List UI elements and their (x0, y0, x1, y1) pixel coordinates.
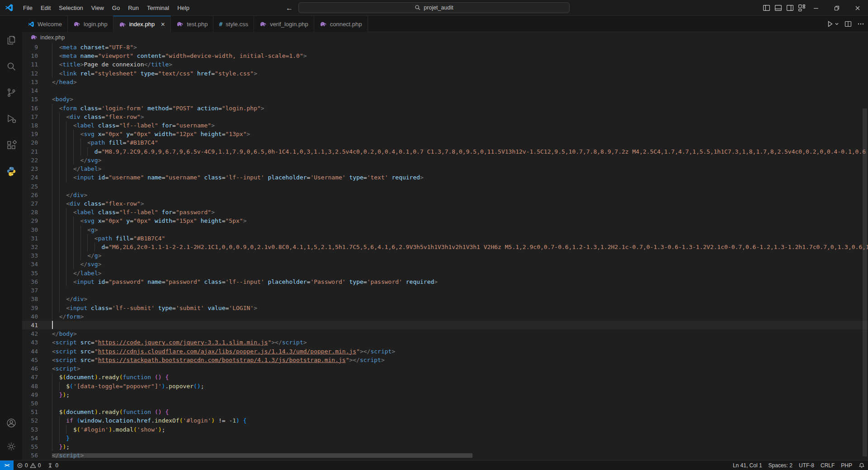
code-line-9[interactable]: 9<meta charset="UTF-8"> (22, 43, 868, 52)
code-line-29[interactable]: 29<svg x="0px" y="0px" width="15px" heig… (22, 216, 868, 225)
code-line-35[interactable]: 35</label> (22, 269, 868, 277)
remote-indicator[interactable]: >< (0, 461, 14, 470)
code-line-27[interactable]: 27<div class="flex-row"> (22, 199, 868, 208)
toggle-secondary-sidebar-icon[interactable] (786, 4, 794, 12)
code-line-31[interactable]: 31<path fill="#B1B7C4" (22, 234, 868, 243)
tab-welcome[interactable]: Welcome (22, 16, 68, 32)
code-line-21[interactable]: 21d="M8.9,7.2C9,6.9,9,6.7,9,6.5v-4C9,1.1… (22, 147, 868, 156)
code-line-43[interactable]: 43<script src="https://code.jquery.com/j… (22, 338, 868, 347)
code-line-37[interactable]: 37 (22, 286, 868, 295)
code-line-17[interactable]: 17<div class="flex-row"> (22, 113, 868, 121)
ports-status[interactable]: 0 (44, 461, 61, 470)
settings-gear-icon[interactable] (6, 441, 17, 454)
code-line-39[interactable]: 39<input class='lf--submit' type='submit… (22, 304, 868, 312)
code-line-26[interactable]: 26</div> (22, 191, 868, 199)
tab-login-php[interactable]: login.php (68, 16, 113, 32)
horizontal-scrollbar[interactable] (52, 453, 472, 458)
code-line-20[interactable]: 20<path fill="#B1B7C4" (22, 138, 868, 147)
source-control-icon[interactable] (6, 87, 17, 100)
code-line-11[interactable]: 11<title>Page de connexion</title> (22, 60, 868, 69)
eol-status[interactable]: CRLF (817, 461, 838, 470)
code-line-45[interactable]: 45<script src="https://stackpath.bootstr… (22, 356, 868, 364)
restore-button[interactable] (826, 0, 847, 16)
code-line-19[interactable]: 19<svg x="0px" y="0px" width="12px" heig… (22, 130, 868, 138)
code-line-48[interactable]: 48$('[data-toggle="popover"]').popover()… (22, 382, 868, 390)
code-line-55[interactable]: 55}); (22, 442, 868, 451)
menu-view[interactable]: View (87, 0, 108, 16)
minimize-button[interactable] (806, 0, 826, 16)
code-line-34[interactable]: 34</svg> (22, 260, 868, 268)
code-line-28[interactable]: 28<label class="lf--label" for="password… (22, 208, 868, 216)
code-line-25[interactable]: 25 (22, 182, 868, 191)
code-line-24[interactable]: 24<input id="username" name="username" c… (22, 173, 868, 182)
vertical-scrollbar[interactable] (863, 108, 867, 456)
code-line-30[interactable]: 30<g> (22, 226, 868, 234)
tab-test-php[interactable]: test.php (171, 16, 213, 32)
code-line-23[interactable]: 23</label> (22, 164, 868, 173)
tab-index-php[interactable]: index.php✕ (113, 16, 171, 32)
line-number: 56 (22, 451, 38, 460)
code-line-13[interactable]: 13</head> (22, 78, 868, 86)
indentation-status[interactable]: Spaces: 2 (765, 461, 796, 470)
code-line-16[interactable]: 16<form class='login-form' method="POST"… (22, 104, 868, 113)
code-line-40[interactable]: 40</form> (22, 312, 868, 321)
code-line-47[interactable]: 47$(document).ready(function () { (22, 373, 868, 381)
search-icon[interactable] (6, 61, 17, 74)
menu-terminal[interactable]: Terminal (143, 0, 173, 16)
code-line-12[interactable]: 12<link rel="stylesheet" type="text/css"… (22, 69, 868, 78)
back-arrow-icon[interactable]: ← (286, 4, 293, 12)
code-content: </body> (38, 329, 77, 338)
code-line-38[interactable]: 38</div> (22, 295, 868, 303)
code-content: if (window.location.href.indexOf('#login… (38, 416, 247, 425)
tab-verif-login-php[interactable]: verif_login.php (254, 16, 314, 32)
customize-layout-icon[interactable] (798, 4, 806, 12)
code-line-14[interactable]: 14 (22, 86, 868, 95)
menu-go[interactable]: Go (108, 0, 124, 16)
run-button[interactable] (826, 20, 839, 28)
encoding-status[interactable]: UTF-8 (796, 461, 817, 470)
code-line-33[interactable]: 33</g> (22, 251, 868, 260)
tab-style-css[interactable]: #style.css (213, 16, 254, 32)
code-line-49[interactable]: 49}); (22, 390, 868, 399)
code-line-51[interactable]: 51$(document).ready(function () { (22, 408, 868, 416)
command-center-search[interactable]: projet_audit (298, 2, 570, 13)
code-editor[interactable]: 9<meta charset="UTF-8">10<meta name="vie… (22, 43, 868, 460)
code-line-41[interactable]: 41 (22, 321, 868, 329)
code-line-42[interactable]: 42</body> (22, 329, 868, 338)
code-line-10[interactable]: 10<meta name="viewport" content="width=d… (22, 52, 868, 60)
code-line-50[interactable]: 50 (22, 399, 868, 408)
toggle-sidebar-icon[interactable] (763, 4, 770, 12)
code-line-52[interactable]: 52if (window.location.href.indexOf('#log… (22, 416, 868, 425)
tab-connect-php[interactable]: connect.php (314, 16, 368, 32)
code-line-53[interactable]: 53$('#login').modal('show'); (22, 425, 868, 434)
line-number: 26 (22, 191, 38, 199)
code-line-22[interactable]: 22</svg> (22, 156, 868, 164)
notifications-bell-icon[interactable] (855, 461, 868, 470)
code-line-15[interactable]: 15<body> (22, 95, 868, 103)
menu-file[interactable]: File (19, 0, 37, 16)
close-window-button[interactable] (847, 0, 868, 16)
code-line-18[interactable]: 18<label class="lf--label" for="username… (22, 121, 868, 130)
code-line-46[interactable]: 46<script> (22, 364, 868, 373)
explorer-icon[interactable] (6, 35, 17, 47)
code-line-44[interactable]: 44<script src="https://cdnjs.cloudflare.… (22, 347, 868, 356)
menu-edit[interactable]: Edit (37, 0, 55, 16)
python-icon[interactable] (6, 166, 17, 179)
menu-help[interactable]: Help (173, 0, 193, 16)
run-debug-icon[interactable] (6, 113, 17, 126)
code-line-32[interactable]: 32d="M6,2L6,2c0-1.1-1-2-2.1-2H2.1C1,0,0,… (22, 243, 868, 251)
toggle-panel-icon[interactable] (774, 4, 782, 12)
language-mode-status[interactable]: PHP (838, 461, 855, 470)
close-tab-icon[interactable]: ✕ (160, 21, 165, 28)
problems-status[interactable]: 0 0 (14, 461, 44, 470)
cursor-position-status[interactable]: Ln 41, Col 1 (730, 461, 765, 470)
account-icon[interactable] (6, 418, 17, 430)
code-line-36[interactable]: 36<input id="password" name="password" c… (22, 277, 868, 286)
split-editor-icon[interactable] (844, 20, 852, 28)
code-line-54[interactable]: 54} (22, 434, 868, 442)
extensions-icon[interactable] (6, 140, 17, 152)
breadcrumb[interactable]: index.php (22, 32, 868, 43)
menu-run[interactable]: Run (124, 0, 143, 16)
menu-selection[interactable]: Selection (55, 0, 87, 16)
more-actions-icon[interactable] (857, 20, 864, 28)
